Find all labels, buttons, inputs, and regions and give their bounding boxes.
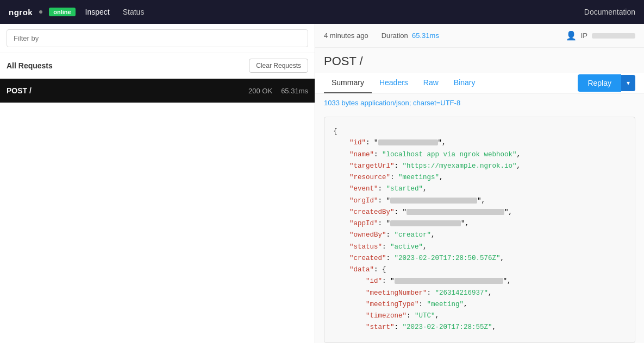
right-panel: 4 minutes ago Duration 65.31ms 👤 IP POST… — [315, 24, 644, 343]
nav-documentation[interactable]: Documentation — [584, 8, 635, 16]
nav-status[interactable]: Status — [120, 5, 148, 18]
request-title: POST / — [315, 48, 644, 73]
left-panel: All Requests Clear Requests POST / 200 O… — [0, 24, 315, 343]
content-type: 1033 bytes application/json; charset=UTF… — [315, 93, 644, 112]
request-list-item[interactable]: POST / 200 OK 65.31ms — [0, 79, 315, 103]
meta-ip-bar — [592, 33, 635, 39]
meta-ip-label: IP — [581, 31, 587, 40]
filter-bar — [0, 24, 315, 53]
right-scrollable: 4 minutes ago Duration 65.31ms 👤 IP POST… — [315, 24, 644, 343]
json-viewer: { "id": "", "name": "localhost app via n… — [324, 117, 635, 343]
meta-duration: Duration 65.31ms — [382, 31, 439, 40]
status-badge: online — [49, 8, 75, 16]
replay-button[interactable]: Replay — [578, 74, 621, 92]
meta-ip-section: 👤 IP — [566, 30, 635, 41]
meta-duration-value: 65.31ms — [412, 31, 439, 40]
request-method: POST / — [7, 86, 50, 95]
clear-requests-button[interactable]: Clear Requests — [249, 59, 308, 73]
main-layout: All Requests Clear Requests POST / 200 O… — [0, 24, 644, 343]
request-meta: 4 minutes ago Duration 65.31ms 👤 IP — [315, 24, 644, 48]
nav-inspect[interactable]: Inspect — [82, 5, 113, 18]
tab-raw[interactable]: Raw — [416, 73, 446, 93]
filter-input[interactable] — [7, 29, 308, 47]
tabs-bar: Summary Headers Raw Binary Replay ▾ — [315, 73, 644, 93]
replay-button-group: Replay ▾ — [578, 74, 635, 92]
tab-headers[interactable]: Headers — [372, 73, 416, 93]
tab-summary[interactable]: Summary — [324, 73, 372, 93]
user-icon: 👤 — [566, 30, 577, 41]
status-dot — [39, 10, 42, 14]
navbar: ngrok online Inspect Status Documentatio… — [0, 0, 644, 24]
tab-binary[interactable]: Binary — [446, 73, 483, 93]
request-status: 200 OK — [248, 87, 272, 95]
replay-dropdown-button[interactable]: ▾ — [621, 75, 635, 91]
requests-header: All Requests Clear Requests — [0, 53, 315, 79]
brand-logo: ngrok — [9, 8, 33, 17]
request-duration: 65.31ms — [281, 87, 308, 95]
requests-title: All Requests — [7, 61, 53, 70]
meta-time: 4 minutes ago — [324, 31, 368, 40]
